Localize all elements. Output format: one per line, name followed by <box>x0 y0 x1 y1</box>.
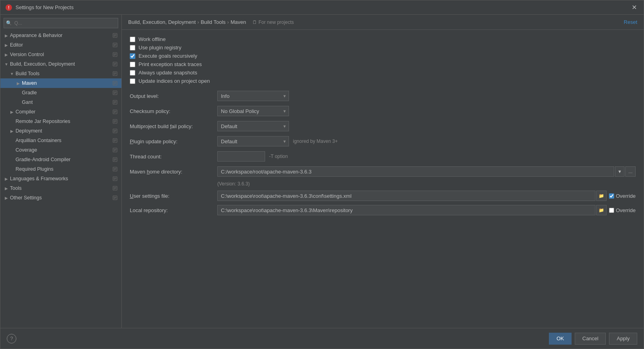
user-settings-override-checkbox[interactable] <box>609 193 614 199</box>
output-level-dropdown-wrap: InfoDebugWarningError ▼ <box>217 91 289 101</box>
sidebar-item-settings-icon <box>112 90 118 96</box>
tree-arrow-icon: ▼ <box>9 71 15 76</box>
breadcrumb-part1: Build, Execution, Deployment <box>128 19 196 25</box>
sidebar-item-label: Gradle-Android Compiler <box>16 157 112 162</box>
sidebar-item-coverage[interactable]: Coverage <box>0 145 121 155</box>
local-repository-override-wrap: Override <box>609 207 636 213</box>
user-settings-file-input[interactable] <box>217 191 595 201</box>
sidebar-item-label: Version Control <box>10 52 112 57</box>
right-panel: Build, Execution, Deployment › Build Too… <box>122 15 644 328</box>
local-repository-override-checkbox[interactable] <box>609 208 614 213</box>
sidebar-item-gradle-android-compiler[interactable]: Gradle-Android Compiler <box>0 155 121 164</box>
reset-button[interactable]: Reset <box>624 19 637 25</box>
thread-count-input[interactable] <box>217 151 265 162</box>
sidebar-item-settings-icon <box>112 128 118 134</box>
user-settings-file-label: User settings file: <box>130 193 217 199</box>
always-update-snapshots-checkbox[interactable] <box>130 70 135 76</box>
checkbox-row-update-indices-on-project-open: Update indices on project open <box>130 78 636 84</box>
always-update-snapshots-label: Always update snapshots <box>139 70 197 76</box>
search-input[interactable] <box>4 18 118 28</box>
close-button[interactable]: ✕ <box>629 3 639 12</box>
breadcrumb-bar: Build, Execution, Deployment › Build Too… <box>122 15 644 30</box>
user-settings-override-label: Override <box>616 193 636 199</box>
plugin-update-policy-dropdown-wrap: DefaultUpdateDo Not UpdateForce Update ▼ <box>217 136 289 146</box>
sidebar-item-label: Deployment <box>16 128 112 134</box>
sidebar-item-settings-icon <box>112 156 118 163</box>
sidebar-item-settings-icon <box>112 51 118 58</box>
sidebar-item-label: Other Settings <box>10 195 112 201</box>
sidebar-item-label: Build, Execution, Deployment <box>10 61 112 67</box>
dialog: ! Settings for New Projects ✕ 🔍 ▶Appeara… <box>0 0 644 349</box>
execute-goals-recursively-checkbox[interactable] <box>130 53 135 59</box>
sidebar-item-tools[interactable]: ▶Tools <box>0 183 121 193</box>
sidebar-item-label: Build Tools <box>16 71 112 76</box>
multiproject-fail-policy-select[interactable]: DefaultAt EndNeverFail Fast <box>217 121 289 131</box>
ok-button[interactable]: OK <box>549 333 572 345</box>
tree-arrow-icon: ▶ <box>9 128 15 134</box>
bottom-bar: ? OK Cancel Apply <box>0 328 644 349</box>
user-settings-file-browse-btn[interactable]: 📁 <box>596 191 607 201</box>
checkbox-row-print-exception-stack-traces: Print exception stack traces <box>130 61 636 67</box>
print-exception-stack-traces-label: Print exception stack traces <box>139 61 202 67</box>
sidebar-item-label: Coverage <box>16 147 112 153</box>
breadcrumb-sep2: › <box>227 19 229 25</box>
multiproject-fail-policy-dropdown-wrap: DefaultAt EndNeverFail Fast ▼ <box>217 121 289 131</box>
help-button[interactable]: ? <box>7 334 16 343</box>
update-indices-on-project-open-checkbox[interactable] <box>130 78 135 84</box>
search-box: 🔍 <box>4 18 118 28</box>
checksum-policy-dropdown-wrap: No Global PolicyWarnFail ▼ <box>217 106 289 116</box>
work-offline-checkbox[interactable] <box>130 37 135 42</box>
sidebar-item-label: Editor <box>10 42 112 48</box>
maven-home-directory-field-wrap: C:/workspace/root/apache-maven-3.6.3 ▼ … <box>217 166 636 177</box>
sidebar-item-label: Compiler <box>16 109 112 115</box>
output-level-select[interactable]: InfoDebugWarningError <box>217 91 289 101</box>
sidebar-item-editor[interactable]: ▶Editor <box>0 40 121 50</box>
sidebar-item-settings-icon <box>112 99 118 105</box>
window-title: Settings for New Projects <box>16 4 629 10</box>
sidebar-item-other-settings[interactable]: ▶Other Settings <box>0 193 121 203</box>
sidebar-item-languages-frameworks[interactable]: ▶Languages & Frameworks <box>0 174 121 183</box>
sidebar-item-build-tools[interactable]: ▼Build Tools <box>0 69 121 78</box>
cancel-button[interactable]: Cancel <box>575 333 606 345</box>
sidebar-item-required-plugins[interactable]: Required Plugins <box>0 164 121 174</box>
maven-home-directory-label: Maven home directory: <box>130 169 217 175</box>
sidebar-item-gradle[interactable]: Gradle <box>0 88 121 97</box>
checkboxes-container: Work offlineUse plugin registryExecute g… <box>130 36 636 84</box>
apply-button[interactable]: Apply <box>609 333 637 345</box>
app-icon: ! <box>5 4 12 11</box>
local-repository-input[interactable] <box>217 205 595 215</box>
maven-home-directory-row: Maven home directory: C:/workspace/root/… <box>130 166 636 177</box>
sidebar-item-version-control[interactable]: ▶Version Control <box>0 50 121 59</box>
sidebar-item-appearance[interactable]: ▶Appearance & Behavior <box>0 31 121 40</box>
breadcrumb-sep1: › <box>197 19 199 25</box>
tree-arrow-icon: ▶ <box>4 42 9 48</box>
plugin-update-policy-select[interactable]: DefaultUpdateDo Not UpdateForce Update <box>217 136 289 146</box>
use-plugin-registry-checkbox[interactable] <box>130 45 135 51</box>
sidebar-item-build-execution-deployment[interactable]: ▼Build, Execution, Deployment <box>0 59 121 69</box>
sidebar-item-gant[interactable]: Gant <box>0 97 121 107</box>
sidebar-item-compiler[interactable]: ▶Compiler <box>0 107 121 117</box>
update-indices-on-project-open-label: Update indices on project open <box>139 78 210 84</box>
checksum-policy-label: Checksum policy: <box>130 108 217 114</box>
checkbox-row-work-offline: Work offline <box>130 36 636 42</box>
tree-arrow-icon: ▶ <box>16 80 21 86</box>
sidebar-item-deployment[interactable]: ▶Deployment <box>0 126 121 136</box>
tree-arrow-icon: ▶ <box>9 109 15 115</box>
sidebar-item-settings-icon <box>112 109 118 115</box>
main-content: 🔍 ▶Appearance & Behavior▶Editor▶Version … <box>0 15 644 328</box>
maven-home-directory-browse-btn[interactable]: … <box>625 166 636 177</box>
sidebar-item-arquillian-containers[interactable]: Arquillian Containers <box>0 136 121 145</box>
sidebar-item-remote-jar-repositories[interactable]: Remote Jar Repositories <box>0 117 121 126</box>
tree-arrow-icon: ▶ <box>4 195 9 201</box>
checksum-policy-row: Checksum policy: No Global PolicyWarnFai… <box>130 105 636 117</box>
plugin-update-policy-row: Plugin update policy: DefaultUpdateDo No… <box>130 136 636 147</box>
local-repository-browse-btn[interactable]: 📁 <box>596 205 607 215</box>
checksum-policy-select[interactable]: No Global PolicyWarnFail <box>217 106 289 116</box>
tree-arrow-icon: ▶ <box>4 33 9 38</box>
maven-home-directory-dropdown-btn[interactable]: ▼ <box>615 166 624 177</box>
print-exception-stack-traces-checkbox[interactable] <box>130 62 135 67</box>
maven-home-directory-select[interactable]: C:/workspace/root/apache-maven-3.6.3 <box>217 166 614 177</box>
work-offline-label: Work offline <box>139 36 166 42</box>
user-settings-override-wrap: Override <box>609 193 636 199</box>
sidebar-item-maven[interactable]: ▶Maven <box>0 78 121 88</box>
